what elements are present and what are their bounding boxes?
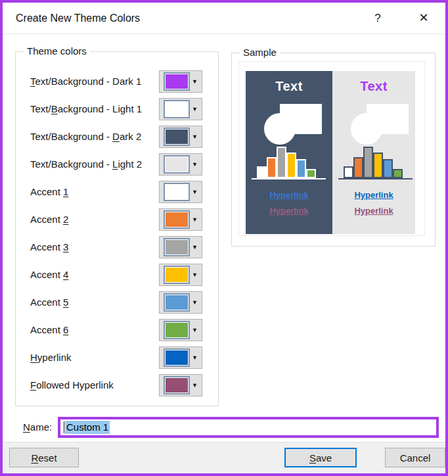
- color-well: [164, 376, 190, 394]
- color-swatch-button[interactable]: ▼: [159, 374, 202, 396]
- dropdown-arrow-icon: ▼: [192, 237, 198, 258]
- dropdown-arrow-icon: ▼: [192, 154, 198, 175]
- sample-circle-shape: [351, 113, 382, 145]
- color-label: Accent 5: [30, 291, 68, 314]
- color-label: Accent 2: [30, 208, 68, 231]
- row-hyperlink: Hyperlink ▼: [0, 346, 448, 369]
- color-swatch-button[interactable]: ▼: [159, 98, 202, 120]
- sample-text-heading: Text: [332, 79, 415, 94]
- color-label: Hyperlink: [30, 346, 72, 369]
- sample-bar-chart: [344, 147, 403, 178]
- color-swatch-button[interactable]: ▼: [159, 70, 202, 93]
- sample-followed-hyperlink: Hyperlink: [332, 206, 415, 216]
- sample-bar-chart: [257, 147, 316, 178]
- color-swatch-button[interactable]: ▼: [159, 346, 202, 369]
- dropdown-arrow-icon: ▼: [192, 264, 198, 285]
- color-well: [164, 210, 190, 229]
- color-swatch-button[interactable]: ▼: [159, 264, 202, 286]
- color-well: [164, 266, 190, 284]
- color-swatch-button[interactable]: ▼: [159, 208, 202, 231]
- dropdown-arrow-icon: ▼: [192, 126, 198, 147]
- bar: [344, 166, 353, 178]
- bar: [383, 159, 393, 178]
- sample-followed-hyperlink: Hyperlink: [246, 206, 332, 216]
- color-label: Accent 6: [30, 319, 68, 341]
- sample-chart-baseline: [252, 178, 326, 179]
- bar: [363, 147, 373, 178]
- help-icon[interactable]: ?: [368, 3, 388, 34]
- bar: [373, 153, 383, 178]
- dropdown-arrow-icon: ▼: [192, 99, 198, 120]
- reset-button[interactable]: Reset: [9, 448, 79, 467]
- titlebar-separator: [3, 34, 445, 34]
- sample-group-label: Sample: [240, 47, 280, 58]
- color-well: [164, 128, 190, 146]
- sample-panel-dark: Text Hyperlink Hyperlink: [246, 71, 332, 234]
- theme-colors-group-label: Theme colors: [24, 45, 90, 57]
- title-bar: Create New Theme Colors ? ✕: [3, 3, 445, 34]
- color-well: [164, 155, 190, 174]
- color-label: Text/Background - Light 2: [30, 153, 142, 176]
- color-well: [164, 321, 190, 339]
- sample-hyperlink: Hyperlink: [246, 190, 332, 200]
- create-new-theme-colors-dialog: Create New Theme Colors ? ✕ Theme colors…: [0, 0, 448, 476]
- dropdown-arrow-icon: ▼: [192, 209, 198, 230]
- color-swatch-button[interactable]: ▼: [159, 291, 202, 314]
- color-well: [164, 72, 190, 91]
- row-accent-4: Accent 4 ▼: [0, 264, 448, 286]
- dropdown-arrow-icon: ▼: [192, 347, 198, 368]
- sample-panel-light: Text Hyperlink Hyperlink: [332, 71, 415, 234]
- color-well: [164, 238, 190, 256]
- bar: [393, 169, 403, 178]
- name-input[interactable]: Custom 1: [60, 419, 436, 435]
- sample-chart-baseline: [338, 178, 413, 179]
- bar: [267, 157, 277, 178]
- color-swatch-button[interactable]: ▼: [159, 319, 202, 341]
- sample-preview: Text Hyperlink Hyperlink Text: [238, 61, 425, 236]
- dropdown-arrow-icon: ▼: [192, 320, 198, 341]
- row-followed-hyperlink: Followed Hyperlink ▼: [0, 374, 448, 396]
- sample-circle-shape: [264, 113, 296, 145]
- row-accent-5: Accent 5 ▼: [0, 291, 448, 314]
- bar: [257, 166, 267, 178]
- dialog-title: Create New Theme Colors: [16, 3, 140, 34]
- bar: [277, 147, 286, 178]
- close-icon[interactable]: ✕: [414, 3, 434, 34]
- sample-text-heading: Text: [246, 79, 332, 94]
- color-label: Text/Background - Dark 2: [30, 126, 141, 148]
- text-caret: [64, 421, 64, 433]
- name-label: Name:: [23, 417, 52, 438]
- bar: [353, 157, 363, 178]
- dropdown-arrow-icon: ▼: [192, 375, 198, 396]
- color-label: Accent 1: [30, 181, 68, 203]
- dropdown-arrow-icon: ▼: [192, 292, 198, 313]
- color-label: Text/Background - Dark 1: [30, 70, 141, 93]
- cancel-button[interactable]: Cancel: [385, 448, 445, 467]
- color-label: Accent 3: [30, 236, 68, 258]
- color-well: [164, 293, 190, 312]
- color-swatch-button[interactable]: ▼: [159, 181, 202, 203]
- bar: [296, 159, 306, 178]
- dropdown-arrow-icon: ▼: [192, 71, 198, 92]
- bar: [306, 169, 316, 178]
- sample-hyperlinks: Hyperlink Hyperlink: [332, 190, 415, 222]
- color-well: [164, 183, 190, 201]
- color-label: Accent 4: [30, 264, 68, 286]
- color-well: [164, 348, 190, 367]
- bar: [286, 153, 296, 178]
- row-accent-6: Accent 6 ▼: [0, 319, 448, 341]
- save-button[interactable]: Save: [284, 448, 357, 467]
- color-swatch-button[interactable]: ▼: [159, 236, 202, 258]
- color-well: [164, 100, 190, 118]
- color-swatch-button[interactable]: ▼: [159, 126, 202, 148]
- sample-hyperlink: Hyperlink: [332, 190, 415, 200]
- dropdown-arrow-icon: ▼: [192, 181, 198, 202]
- sample-hyperlinks: Hyperlink Hyperlink: [246, 190, 332, 222]
- color-label: Followed Hyperlink: [30, 374, 114, 396]
- color-swatch-button[interactable]: ▼: [159, 153, 202, 176]
- color-label: Text/Background - Light 1: [30, 98, 142, 120]
- name-input-selected-text: Custom 1: [65, 421, 110, 434]
- annotation-name-highlight: Custom 1: [58, 417, 439, 438]
